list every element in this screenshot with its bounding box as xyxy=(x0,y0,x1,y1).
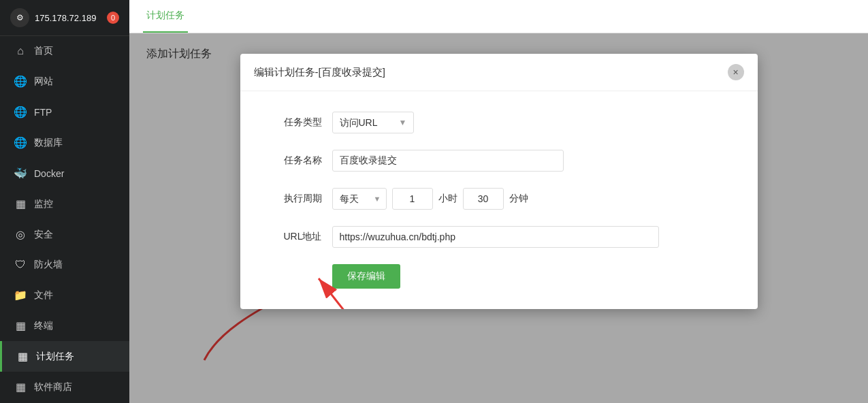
server-logo: ⚙ xyxy=(10,8,29,27)
sidebar-item-label: 终端 xyxy=(34,320,53,332)
server-ip: 175.178.72.189 xyxy=(35,13,101,23)
sidebar-item-label: 监控 xyxy=(34,198,53,210)
modal-title: 编辑计划任务-[百度收录提交] xyxy=(254,66,385,79)
sidebar-item-files[interactable]: 📁 文件 xyxy=(0,280,129,310)
sidebar-item-label: 软件商店 xyxy=(34,381,72,393)
modal-close-button[interactable]: × xyxy=(728,64,744,80)
url-label: URL地址 xyxy=(268,231,322,243)
modal-body: 任务类型 访问URL 执行脚本 备份 ▼ 任务名称 xyxy=(240,91,758,309)
sidebar-item-website[interactable]: 🌐 网站 xyxy=(0,66,129,97)
task-type-label: 任务类型 xyxy=(268,116,322,129)
period-row: 执行周期 每天 每小时 每周 每月 ▼ xyxy=(268,188,730,210)
task-name-input[interactable] xyxy=(332,150,564,172)
topbar: 计划任务 xyxy=(129,0,868,33)
hour-input[interactable] xyxy=(392,188,433,210)
sidebar-item-label: 网站 xyxy=(34,76,53,88)
hour-unit-label: 小时 xyxy=(438,193,457,205)
period-label: 执行周期 xyxy=(268,193,322,205)
sidebar-item-firewall[interactable]: 🛡 防火墙 xyxy=(0,250,129,280)
tab-cron[interactable]: 计划任务 xyxy=(143,0,188,33)
sidebar-item-security[interactable]: ◎ 安全 xyxy=(0,219,129,250)
content-area: 添加计划任务 编辑计划任务-[百度收录提交] × 任务类型 访问URL xyxy=(129,33,868,403)
period-select[interactable]: 每天 每小时 每周 每月 xyxy=(332,188,387,210)
sidebar-item-label: 首页 xyxy=(34,45,53,57)
sidebar-item-label: 安全 xyxy=(34,229,53,241)
sidebar-item-label: 计划任务 xyxy=(36,351,74,363)
security-icon: ◎ xyxy=(14,228,27,241)
monitor-icon: ▦ xyxy=(14,197,27,210)
store-icon: ▦ xyxy=(14,381,27,393)
sidebar-nav: ⌂ 首页 🌐 网站 🌐 FTP 🌐 数据库 🐳 Docker ▦ 监控 ◎ 安全… xyxy=(0,36,129,403)
modal-overlay: 编辑计划任务-[百度收录提交] × 任务类型 访问URL 执行脚本 备份 xyxy=(129,33,868,403)
sidebar-item-label: Docker xyxy=(34,168,64,179)
sidebar: ⚙ 175.178.72.189 0 ⌂ 首页 🌐 网站 🌐 FTP 🌐 数据库… xyxy=(0,0,129,403)
modal-header: 编辑计划任务-[百度收录提交] × xyxy=(240,54,758,91)
sidebar-item-label: 防火墙 xyxy=(34,259,63,271)
sidebar-item-ftp[interactable]: 🌐 FTP xyxy=(0,97,129,127)
ftp-icon: 🌐 xyxy=(14,106,27,118)
home-icon: ⌂ xyxy=(14,45,27,57)
website-icon: 🌐 xyxy=(14,75,27,88)
task-name-row: 任务名称 xyxy=(268,150,730,172)
sidebar-item-label: 数据库 xyxy=(34,137,63,149)
period-select-wrapper: 每天 每小时 每周 每月 ▼ xyxy=(332,188,387,210)
sidebar-item-terminal[interactable]: ▦ 终端 xyxy=(0,310,129,341)
minute-unit-label: 分钟 xyxy=(509,193,528,205)
sidebar-item-label: FTP xyxy=(34,107,52,118)
notification-badge[interactable]: 0 xyxy=(107,12,119,24)
sidebar-item-store[interactable]: ▦ 软件商店 xyxy=(0,372,129,402)
sidebar-item-home[interactable]: ⌂ 首页 xyxy=(0,36,129,66)
save-button[interactable]: 保存编辑 xyxy=(332,264,400,289)
task-type-row: 任务类型 访问URL 执行脚本 备份 ▼ xyxy=(268,112,730,133)
sidebar-item-docker[interactable]: 🐳 Docker xyxy=(0,158,129,189)
sidebar-header: ⚙ 175.178.72.189 0 xyxy=(0,0,129,36)
sidebar-item-label: 文件 xyxy=(34,289,53,302)
task-type-select-wrapper: 访问URL 执行脚本 备份 ▼ xyxy=(332,112,414,133)
cron-icon: ▦ xyxy=(16,350,29,363)
task-name-label: 任务名称 xyxy=(268,155,322,167)
firewall-icon: 🛡 xyxy=(14,259,27,271)
terminal-icon: ▦ xyxy=(14,319,27,332)
files-icon: 📁 xyxy=(14,289,27,302)
modal-dialog: 编辑计划任务-[百度收录提交] × 任务类型 访问URL 执行脚本 备份 xyxy=(240,54,758,309)
save-row: 保存编辑 xyxy=(268,264,730,289)
main-area: 计划任务 添加计划任务 编辑计划任务-[百度收录提交] × 任务类型 xyxy=(129,0,868,403)
docker-icon: 🐳 xyxy=(14,167,27,180)
url-input[interactable] xyxy=(332,226,659,248)
sidebar-item-database[interactable]: 🌐 数据库 xyxy=(0,127,129,158)
task-type-select[interactable]: 访问URL 执行脚本 备份 xyxy=(332,112,414,133)
url-row: URL地址 xyxy=(268,226,730,248)
period-group: 每天 每小时 每周 每月 ▼ 小时 分钟 xyxy=(332,188,528,210)
minute-input[interactable] xyxy=(463,188,504,210)
database-icon: 🌐 xyxy=(14,136,27,149)
sidebar-item-monitor[interactable]: ▦ 监控 xyxy=(0,189,129,219)
sidebar-item-cron[interactable]: ▦ 计划任务 xyxy=(0,341,129,372)
